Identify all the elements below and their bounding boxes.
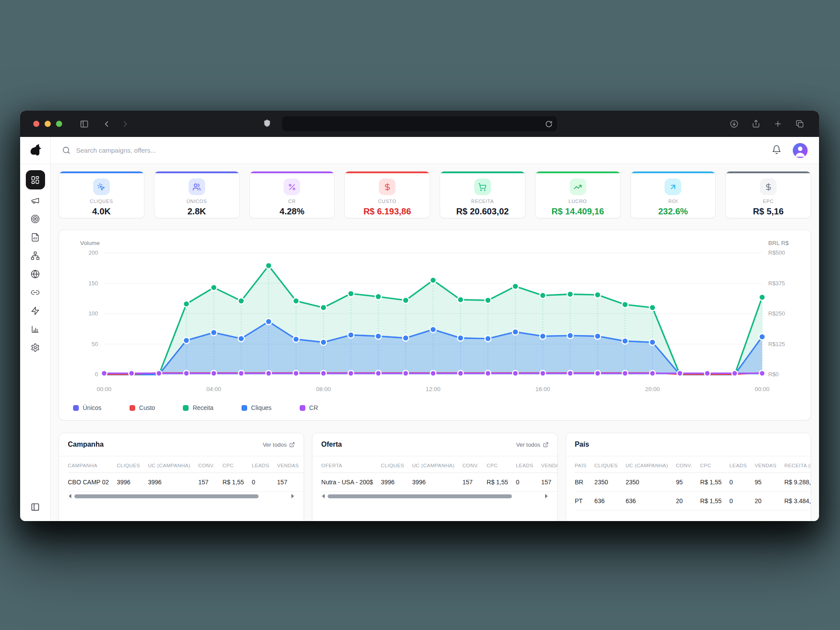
kpi-card-roi: ROI232.6% bbox=[630, 171, 716, 218]
new-tab-icon[interactable] bbox=[774, 119, 782, 128]
kpi-value: 232.6% bbox=[631, 206, 716, 217]
scrollbar-thumb[interactable] bbox=[74, 494, 259, 498]
scrollbar-track[interactable] bbox=[328, 494, 542, 498]
user-icon bbox=[793, 143, 808, 158]
kpi-value: R$ 5,16 bbox=[726, 206, 811, 217]
kpi-card-receita: RECEITAR$ 20.603,02 bbox=[440, 171, 525, 218]
column-header: LEADS bbox=[252, 457, 277, 473]
table-cell: 157 bbox=[462, 473, 486, 492]
table-row[interactable]: Nutra - USA - 200$39963996157R$ 1,550157 bbox=[321, 473, 557, 492]
sidebar-item-settings[interactable] bbox=[26, 338, 45, 357]
table-row[interactable]: PT63663620R$ 1,55020R$ 3.484,10 bbox=[575, 492, 811, 511]
bar-chart-icon bbox=[31, 325, 40, 334]
legend-item-receita[interactable]: Receita bbox=[183, 404, 213, 411]
scroll-left-arrow[interactable] bbox=[322, 494, 325, 498]
sidebar-item-funnels[interactable] bbox=[26, 246, 45, 265]
svg-text:20:00: 20:00 bbox=[645, 386, 660, 392]
kpi-icon-chip bbox=[760, 178, 777, 195]
app-logo[interactable] bbox=[20, 137, 51, 164]
legend-item-únicos[interactable]: Únicos bbox=[73, 404, 102, 411]
table-cell: PT bbox=[575, 492, 595, 511]
horizontal-scrollbar[interactable] bbox=[69, 494, 294, 498]
shield-icon[interactable] bbox=[263, 118, 271, 130]
table-body: CAMPANHACLIQUESUC (CAMPANHA)CONV.CPCLEAD… bbox=[59, 456, 304, 498]
kpi-accent-bar bbox=[631, 172, 716, 173]
horizontal-scrollbar[interactable] bbox=[322, 494, 547, 498]
sidebar-item-automation[interactable] bbox=[26, 301, 45, 320]
kpi-card-únicos: ÚNICOS2.8K bbox=[154, 171, 240, 218]
search-icon bbox=[62, 146, 70, 154]
table-cell: 636 bbox=[595, 492, 626, 511]
downloads-icon[interactable] bbox=[730, 119, 738, 128]
avatar[interactable] bbox=[793, 143, 808, 158]
legend-item-cliques[interactable]: Cliques bbox=[242, 404, 272, 411]
forward-icon[interactable] bbox=[121, 119, 130, 129]
arrow-up-right-icon bbox=[669, 183, 677, 191]
back-icon[interactable] bbox=[102, 119, 111, 129]
kpi-value: R$ 14.409,16 bbox=[536, 206, 620, 217]
legend-item-cr[interactable]: CR bbox=[300, 404, 318, 411]
bell-icon[interactable] bbox=[772, 145, 781, 156]
scroll-right-arrow[interactable] bbox=[545, 494, 548, 498]
column-header: VENDAS bbox=[277, 457, 304, 473]
sidebar-item-domains[interactable] bbox=[26, 265, 45, 283]
column-header: CAMPANHA bbox=[68, 457, 117, 473]
svg-text:04:00: 04:00 bbox=[206, 386, 221, 392]
close-button[interactable] bbox=[33, 121, 39, 127]
kpi-icon-chip bbox=[474, 178, 491, 195]
column-header: UC (CAMPANHA) bbox=[626, 457, 676, 473]
scrollbar-thumb[interactable] bbox=[328, 494, 512, 498]
minimize-button[interactable] bbox=[45, 121, 51, 127]
table-cell: 3996 bbox=[412, 473, 462, 492]
kpi-value: R$ 20.603,02 bbox=[440, 206, 525, 217]
legend-label: Únicos bbox=[83, 404, 102, 411]
zap-icon bbox=[31, 306, 40, 315]
column-header: OFERTA bbox=[321, 457, 381, 473]
table-row[interactable]: CBO CAMP 0239963996157R$ 1,550157R bbox=[68, 473, 304, 492]
url-bar[interactable] bbox=[282, 116, 557, 131]
ver-todos-link[interactable]: Ver todos bbox=[262, 441, 295, 448]
sidebar-item-landers[interactable] bbox=[26, 228, 45, 246]
table-cell: 2350 bbox=[595, 473, 626, 492]
zoom-button[interactable] bbox=[56, 121, 62, 127]
table-row[interactable]: BR2350235095R$ 1,55095R$ 9.288,09 bbox=[575, 473, 811, 492]
sidebar-item-reports[interactable] bbox=[26, 320, 45, 338]
table-title: País bbox=[575, 441, 589, 448]
ver-todos-link[interactable]: Ver todos bbox=[516, 441, 549, 448]
scroll-left-arrow[interactable] bbox=[69, 494, 71, 498]
sidebar-item-offers[interactable] bbox=[26, 210, 45, 228]
sidebar-item-collapse-sidebar[interactable] bbox=[26, 497, 45, 516]
chart-legend: ÚnicosCustoReceitaCliquesCR bbox=[69, 398, 801, 417]
trending-up-icon bbox=[574, 183, 582, 191]
scrollbar-track[interactable] bbox=[74, 494, 288, 498]
sidebar-item-links[interactable] bbox=[26, 283, 45, 301]
reload-icon[interactable] bbox=[545, 120, 553, 128]
svg-text:12:00: 12:00 bbox=[426, 386, 441, 392]
legend-swatch bbox=[242, 405, 247, 411]
svg-text:BRL R$: BRL R$ bbox=[768, 240, 789, 246]
column-header: CPC bbox=[223, 457, 252, 473]
legend-item-custo[interactable]: Custo bbox=[130, 404, 155, 411]
table-card-header: País bbox=[566, 433, 811, 456]
cursor-click-icon bbox=[97, 183, 105, 191]
kpi-accent-bar bbox=[440, 172, 525, 173]
kpi-accent-bar bbox=[59, 172, 144, 173]
share-icon[interactable] bbox=[752, 119, 760, 128]
tab-overview-icon[interactable] bbox=[795, 119, 804, 128]
cart-icon bbox=[478, 183, 486, 191]
sidebar-item-campaigns[interactable] bbox=[26, 191, 45, 210]
search-bar[interactable]: Search campaigns, offers... bbox=[51, 146, 772, 154]
scroll-right-arrow[interactable] bbox=[291, 494, 294, 498]
kpi-label: ÚNICOS bbox=[154, 199, 239, 204]
titlebar-right-icons bbox=[730, 111, 804, 137]
sidebar-item-dashboard[interactable] bbox=[26, 170, 45, 189]
app-header: Search campaigns, offers... bbox=[20, 137, 819, 164]
sidebar-toggle-icon[interactable] bbox=[80, 119, 89, 129]
kpi-card-cr: CR4.28% bbox=[249, 171, 335, 218]
sidebar bbox=[20, 164, 51, 521]
kpi-row: CLIQUES4.0KÚNICOS2.8KCR4.28%CUSTOR$ 6.19… bbox=[59, 171, 811, 218]
svg-text:50: 50 bbox=[92, 341, 98, 347]
table-body: OFERTACLIQUESUC (CAMPANHA)CONV.CPCLEADSV… bbox=[312, 456, 557, 498]
table-body: PAÍSCLIQUESUC (CAMPANHA)CONV.CPCLEADSVEN… bbox=[566, 456, 811, 511]
svg-text:0: 0 bbox=[95, 371, 98, 378]
